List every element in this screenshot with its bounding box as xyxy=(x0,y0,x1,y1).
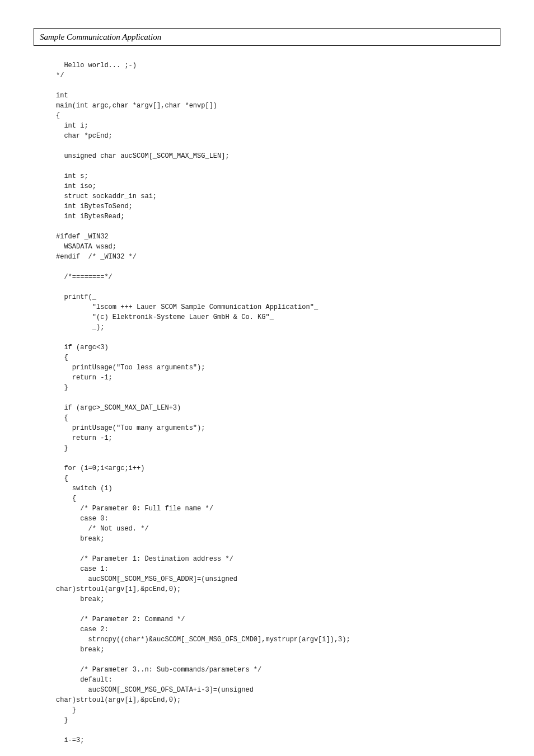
page-title: Sample Communication Application xyxy=(40,32,161,41)
header-box: Sample Communication Application xyxy=(34,28,500,46)
code-listing: Hello world... ;-) */ int main(int argc,… xyxy=(56,60,500,745)
page-container: Sample Communication Application Hello w… xyxy=(0,0,534,756)
